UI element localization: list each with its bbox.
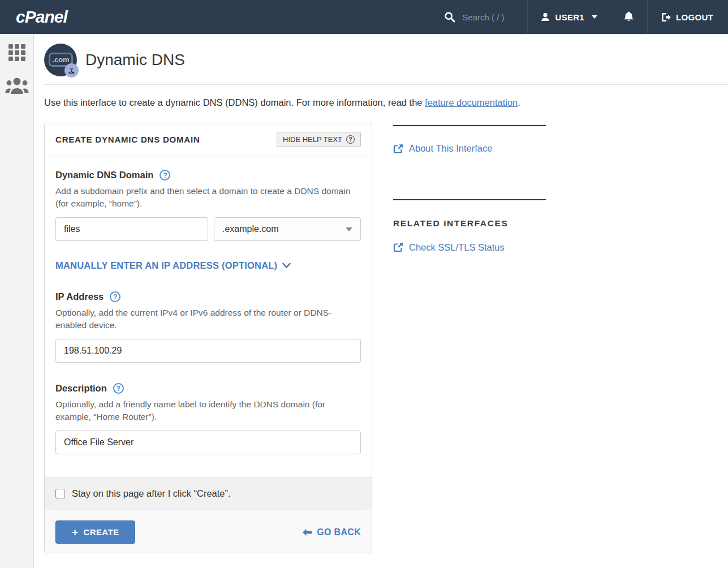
page-header: .com Dynamic DNS [35,34,728,76]
chevron-down-icon [282,263,291,269]
aside-divider-related [393,199,546,200]
ip-help-icon[interactable]: ? [110,291,120,302]
plus-icon: + [72,527,79,537]
aside-column: About This Interface RELATED INTERFACES … [393,123,546,553]
select-caret-icon [346,227,352,231]
about-this-interface-label: About This Interface [409,143,492,154]
router-badge-icon [64,63,79,78]
go-back-link[interactable]: GO BACK [302,527,361,537]
dynamic-dns-app-icon: .com [44,44,77,76]
user-manager-icon[interactable] [5,77,29,95]
chevron-down-icon [592,15,597,19]
search-box[interactable]: Search ( / ) [444,0,527,34]
domain-select[interactable]: .example.com [214,217,361,241]
bell-icon [623,11,635,23]
about-this-interface-link[interactable]: About This Interface [393,143,492,154]
domain-field-label: Dynamic DNS Domain [55,170,153,180]
card-body: Dynamic DNS Domain ? Add a subdomain pre… [45,156,372,477]
description-help-icon[interactable]: ? [113,383,124,394]
external-link-icon [393,242,403,252]
stay-on-page-checkbox[interactable] [55,489,65,498]
related-interfaces-heading: RELATED INTERFACES [393,218,546,229]
subdomain-input[interactable] [55,217,208,241]
username: USER1 [555,12,585,22]
description-input[interactable] [55,431,361,454]
manual-ip-toggle-label: MANUALLY ENTER AN IP ADDRESS (OPTIONAL) [55,260,277,271]
left-sidebar [0,34,34,568]
create-button-label: CREATE [84,527,119,537]
arrow-left-icon [302,528,312,536]
search-placeholder: Search ( / ) [462,12,504,22]
cpanel-logo[interactable]: cPanel [0,0,147,34]
ip-field-label: IP Address [55,291,104,302]
description-help-text: Optionally, add a friendly name label to… [55,398,361,423]
main-content: .com Dynamic DNS Use this interface to c… [35,34,728,568]
description-field-group: Description ? Optionally, add a friendly… [55,383,361,454]
hide-help-text-label: HIDE HELP TEXT [283,135,342,144]
card-title: CREATE DYNAMIC DNS DOMAIN [55,135,200,144]
description-field-label: Description [55,383,107,394]
create-ddns-card: CREATE DYNAMIC DNS DOMAIN HIDE HELP TEXT… [44,123,372,553]
intro-text-before: Use this interface to create a dynamic D… [44,97,425,107]
user-icon [540,12,550,22]
intro-text-after: . [518,97,520,107]
create-button[interactable]: + CREATE [55,520,135,544]
check-ssl-status-link[interactable]: Check SSL/TLS Status [393,242,505,253]
tools-grid-icon[interactable] [8,44,25,61]
card-header: CREATE DYNAMIC DNS DOMAIN HIDE HELP TEXT… [45,123,372,156]
domain-field-group: Dynamic DNS Domain ? Add a subdomain pre… [55,170,361,241]
stay-on-page-label[interactable]: Stay on this page after I click “Create”… [72,488,231,499]
go-back-label: GO BACK [317,527,361,537]
aside-divider-top [393,125,546,126]
logout-label: LOGOUT [676,12,713,22]
hide-help-text-button[interactable]: HIDE HELP TEXT ? [277,132,361,147]
help-circle-icon: ? [346,135,355,144]
external-link-icon [393,144,403,154]
search-icon [444,11,455,23]
logout-icon [660,12,671,23]
intro-text: Use this interface to create a dynamic D… [35,85,728,108]
ip-address-input[interactable] [55,339,361,363]
user-menu[interactable]: USER1 [527,0,610,34]
domain-help-icon[interactable]: ? [160,170,170,180]
card-actions-row: + CREATE GO BACK [45,510,372,553]
topbar-spacer [147,0,444,34]
domain-help-text: Add a subdomain prefix and then select a… [55,185,361,210]
check-ssl-status-label: Check SSL/TLS Status [409,242,505,253]
domain-select-value: .example.com [222,224,279,234]
notifications-button[interactable] [610,0,647,34]
ip-field-group: IP Address ? Optionally, add the current… [55,291,361,363]
ip-help-text: Optionally, add the current IPv4 or IPv6… [55,307,361,332]
top-navigation-bar: cPanel Search ( / ) USER1 LOGOUT [0,0,728,34]
stay-checkbox-row: Stay on this page after I click “Create”… [45,477,372,510]
logout-button[interactable]: LOGOUT [647,0,728,34]
feature-documentation-link[interactable]: feature documentation [425,97,518,107]
cpanel-logo-text: cPanel [16,7,67,27]
manual-ip-toggle[interactable]: MANUALLY ENTER AN IP ADDRESS (OPTIONAL) [55,260,291,271]
page-title: Dynamic DNS [85,51,185,69]
